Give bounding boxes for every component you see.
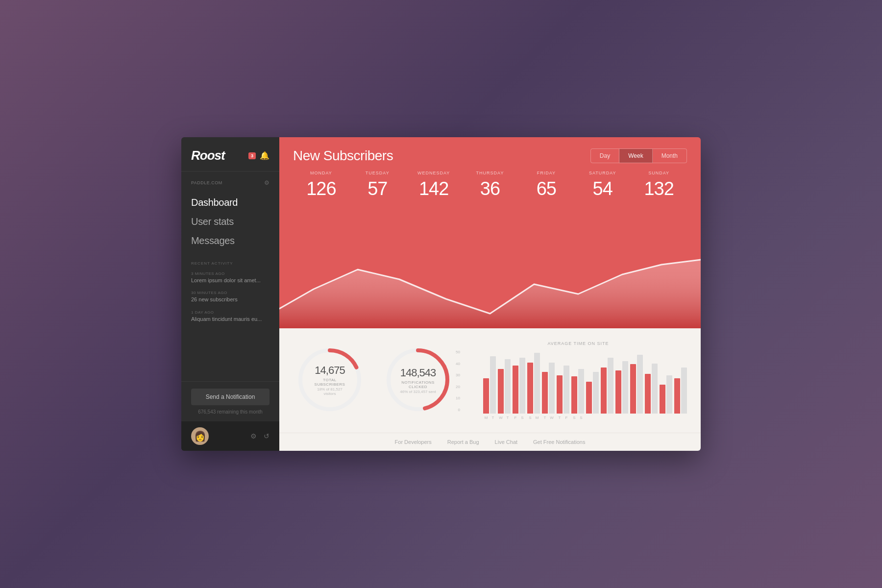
notification-badge[interactable]: 3 bbox=[248, 152, 256, 159]
header-icons: 3 🔔 bbox=[248, 151, 270, 160]
bottom-content: 14,675 TOTAL SUBSCRIBERS 18% of 81,527 v… bbox=[279, 328, 701, 433]
notifications-clicked-sublabel: 46% of 323,457 sent bbox=[400, 389, 437, 393]
day-thursday: THURSDAY 36 bbox=[462, 171, 518, 199]
period-day-button[interactable]: Day bbox=[591, 149, 619, 163]
activity-time-2: 30 MINUTES AGO bbox=[191, 291, 270, 295]
main-content: New Subscribers Day Week Month MONDAY 12… bbox=[279, 137, 701, 451]
bar-x-labels: M T W T F S bbox=[483, 416, 687, 420]
sidebar: Roost 3 🔔 PADDLE.COM ⚙ Dashboard User st… bbox=[181, 137, 279, 451]
activity-item-1: 3 MINUTES AGO Lorem ipsum dolor sit amet… bbox=[191, 271, 270, 284]
activity-item-2: 30 MINUTES AGO 26 new subscribers bbox=[191, 291, 270, 303]
site-section: PADDLE.COM ⚙ bbox=[181, 172, 279, 190]
settings-icon[interactable]: ⚙ bbox=[264, 179, 270, 186]
notifications-clicked-center: 148,543 NOTIFICATIONS CLICKED 46% of 323… bbox=[400, 366, 437, 393]
bar-pair-1 bbox=[483, 356, 496, 414]
day-friday: FRIDAY 65 bbox=[518, 171, 574, 199]
sidebar-item-dashboard[interactable]: Dashboard bbox=[181, 193, 279, 212]
remaining-text: 676,543 remaining this month bbox=[191, 409, 270, 415]
bar-pair-14 bbox=[674, 368, 687, 414]
sidebar-footer: 👩 ⚙ ↺ bbox=[181, 421, 279, 451]
day-tuesday: TUESDAY 57 bbox=[349, 171, 406, 199]
bar-red bbox=[483, 378, 489, 414]
activity-item-3: 1 DAY AGO Aliquam tincidunt mauris eu... bbox=[191, 310, 270, 322]
activity-text-2: 26 new subscribers bbox=[191, 296, 270, 303]
total-subscribers-center: 14,675 TOTAL SUBSCRIBERS 18% of 81,527 v… bbox=[312, 364, 348, 396]
bar-chart-title: AVERAGE TIME ON SITE bbox=[469, 341, 687, 346]
nav-menu: Dashboard User stats Messages bbox=[181, 190, 279, 253]
footer-link-livechat[interactable]: Live Chat bbox=[495, 439, 517, 445]
period-week-button[interactable]: Week bbox=[619, 149, 652, 163]
bar-pair-12 bbox=[645, 364, 658, 414]
recent-activity-title: RECENT ACTIVITY bbox=[191, 261, 270, 266]
top-header: New Subscribers Day Week Month bbox=[279, 137, 701, 169]
app-container: Roost 3 🔔 PADDLE.COM ⚙ Dashboard User st… bbox=[181, 137, 701, 451]
total-subscribers-sublabel: 18% of 81,527 visitors bbox=[312, 387, 348, 396]
history-icon[interactable]: ↺ bbox=[264, 432, 270, 440]
notifications-clicked-value: 148,543 bbox=[400, 366, 437, 379]
day-monday: MONDAY 126 bbox=[293, 171, 349, 199]
bar-chart-bars bbox=[483, 350, 687, 414]
bar-pair-7 bbox=[571, 369, 584, 414]
bar-pair-11 bbox=[630, 355, 643, 414]
total-subscribers-donut: 14,675 TOTAL SUBSCRIBERS 18% of 81,527 v… bbox=[293, 343, 367, 418]
bar-pair-5 bbox=[542, 363, 555, 414]
footer-link-freenotifications[interactable]: Get Free Notifications bbox=[533, 439, 585, 445]
total-subscribers-value: 14,675 bbox=[312, 364, 348, 377]
total-subscribers-label: TOTAL SUBSCRIBERS bbox=[312, 378, 348, 387]
send-notification-button[interactable]: Send a Notification bbox=[191, 389, 270, 405]
sidebar-item-userstats[interactable]: User stats bbox=[181, 212, 279, 231]
avatar[interactable]: 👩 bbox=[191, 427, 209, 445]
sidebar-header: Roost 3 🔔 bbox=[181, 137, 279, 172]
sidebar-bottom: Send a Notification 676,543 remaining th… bbox=[181, 381, 279, 421]
bar-chart-wrap: AVERAGE TIME ON SITE 50 40 30 20 10 0 bbox=[469, 341, 687, 420]
bottom-section: 14,675 TOTAL SUBSCRIBERS 18% of 81,527 v… bbox=[279, 328, 701, 451]
bar-chart-with-axis: 50 40 30 20 10 0 bbox=[469, 350, 687, 420]
bar-pair-4 bbox=[527, 353, 540, 414]
activity-time-3: 1 DAY AGO bbox=[191, 310, 270, 315]
bar-pair-9 bbox=[601, 358, 613, 414]
notifications-clicked-label: NOTIFICATIONS CLICKED bbox=[400, 380, 437, 389]
bar-pair-13 bbox=[660, 375, 672, 414]
site-label: PADDLE.COM ⚙ bbox=[191, 179, 270, 186]
activity-text-1: Lorem ipsum dolor sit amet... bbox=[191, 277, 270, 284]
footer-icon-group: ⚙ ↺ bbox=[250, 432, 270, 440]
bottom-footer: For Developers Report a Bug Live Chat Ge… bbox=[279, 433, 701, 451]
line-chart bbox=[279, 250, 701, 328]
section-heading: New Subscribers bbox=[293, 148, 393, 164]
footer-link-reportbug[interactable]: Report a Bug bbox=[447, 439, 479, 445]
bar-pair-10 bbox=[615, 361, 628, 414]
bar-pair-6 bbox=[557, 366, 569, 414]
bar-pair-8 bbox=[586, 372, 599, 414]
day-saturday: SATURDAY 54 bbox=[574, 171, 631, 199]
top-section: New Subscribers Day Week Month MONDAY 12… bbox=[279, 137, 701, 328]
settings-footer-icon[interactable]: ⚙ bbox=[250, 432, 257, 440]
day-wednesday: WEDNESDAY 142 bbox=[406, 171, 462, 199]
bar-gray bbox=[490, 356, 496, 414]
y-axis: 50 40 30 20 10 0 bbox=[456, 350, 460, 412]
sidebar-item-messages[interactable]: Messages bbox=[181, 231, 279, 250]
notifications-clicked-donut: 148,543 NOTIFICATIONS CLICKED 46% of 323… bbox=[381, 343, 455, 418]
days-row: MONDAY 126 TUESDAY 57 WEDNESDAY 142 THUR… bbox=[279, 171, 701, 199]
day-sunday: SUNDAY 132 bbox=[631, 171, 687, 199]
bar-pair-2 bbox=[498, 359, 511, 414]
activity-text-3: Aliquam tincidunt mauris eu... bbox=[191, 316, 270, 322]
period-month-button[interactable]: Month bbox=[653, 149, 686, 163]
bell-icon[interactable]: 🔔 bbox=[260, 151, 270, 160]
activity-time-1: 3 MINUTES AGO bbox=[191, 271, 270, 276]
logo: Roost bbox=[191, 148, 225, 163]
bar-pair-3 bbox=[513, 358, 525, 414]
period-buttons: Day Week Month bbox=[590, 148, 687, 163]
recent-activity: RECENT ACTIVITY 3 MINUTES AGO Lorem ipsu… bbox=[181, 253, 279, 381]
footer-link-developers[interactable]: For Developers bbox=[395, 439, 432, 445]
